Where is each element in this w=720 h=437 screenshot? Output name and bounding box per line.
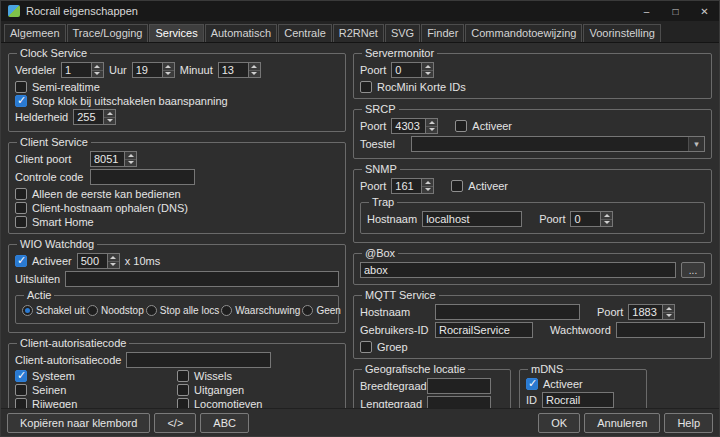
systeem-checkbox[interactable]: Systeem — [15, 370, 177, 382]
verdeler-input[interactable] — [61, 62, 91, 78]
close-icon[interactable]: ✕ — [690, 1, 719, 21]
atbox-browse-button[interactable]: ... — [681, 262, 705, 278]
actie-radio-schakel-uit[interactable]: Schakel uit — [22, 305, 85, 316]
tab-centrale[interactable]: Centrale — [278, 24, 332, 42]
tab-trace-logging[interactable]: Trace/Logging — [67, 24, 149, 42]
stop-klok-checkbox[interactable]: Stop klok bij uitschakelen baanspanning — [15, 95, 228, 107]
smart-home-checkbox[interactable]: Smart Home — [15, 216, 94, 228]
spinner-down-icon[interactable] — [601, 220, 612, 227]
breedtegraad-input[interactable] — [427, 378, 491, 394]
spinner-down-icon[interactable] — [163, 71, 174, 78]
client-poort-input[interactable] — [90, 151, 124, 167]
ok-button[interactable]: OK — [538, 413, 580, 433]
client-hostnaam-dns-checkbox[interactable]: Client-hostnaam ophalen (DNS) — [15, 202, 188, 214]
spinner-down-icon[interactable] — [422, 187, 433, 194]
snmp-poort-input[interactable] — [391, 178, 421, 194]
chevron-down-icon[interactable]: ▾ — [688, 137, 704, 151]
mqtt-poort-input[interactable] — [628, 304, 662, 320]
srcp-poort-input[interactable] — [391, 118, 425, 134]
locomotieven-checkbox[interactable]: Locomotieven — [177, 398, 339, 408]
servermonitor-poort-spinner[interactable] — [391, 62, 434, 78]
spinner-up-icon[interactable] — [92, 63, 103, 71]
tab-automatisch[interactable]: Automatisch — [205, 24, 278, 42]
spinner-up-icon[interactable] — [163, 63, 174, 71]
spinner-down-icon[interactable] — [249, 71, 260, 78]
spinner-buttons[interactable] — [103, 109, 116, 125]
groep-checkbox[interactable]: Groep — [360, 341, 408, 353]
atbox-input[interactable] — [360, 262, 676, 278]
spinner-up-icon[interactable] — [601, 212, 612, 220]
uitsluiten-input[interactable] — [65, 271, 339, 287]
rocmini-korte-ids-checkbox[interactable]: RocMini Korte IDs — [360, 81, 466, 93]
tab-finder[interactable]: Finder — [421, 24, 464, 42]
mqtt-hostnaam-input[interactable] — [435, 304, 580, 320]
maximize-icon[interactable]: □ — [661, 1, 690, 21]
spinner-buttons[interactable] — [162, 62, 175, 78]
spinner-up-icon[interactable] — [426, 119, 437, 127]
gebruikers-id-input[interactable] — [435, 322, 533, 338]
trap-hostnaam-input[interactable] — [422, 211, 522, 227]
controle-code-input[interactable] — [90, 169, 195, 185]
snmp-poort-spinner[interactable] — [391, 178, 434, 194]
spinner-buttons[interactable] — [91, 62, 104, 78]
spinner-buttons[interactable] — [600, 211, 613, 227]
minuut-spinner[interactable] — [218, 62, 261, 78]
spinner-buttons[interactable] — [421, 62, 434, 78]
spinner-up-icon[interactable] — [422, 63, 433, 71]
spinner-down-icon[interactable] — [92, 71, 103, 78]
spinner-up-icon[interactable] — [108, 254, 119, 262]
spinner-buttons[interactable] — [662, 304, 675, 320]
helderheid-spinner[interactable] — [73, 109, 116, 125]
helderheid-input[interactable] — [73, 109, 103, 125]
wachtwoord-input[interactable] — [616, 322, 705, 338]
spinner-buttons[interactable] — [421, 178, 434, 194]
spinner-up-icon[interactable] — [249, 63, 260, 71]
tab-r2rnet[interactable]: R2RNet — [333, 24, 384, 42]
actie-radio-stop-alle-locs[interactable]: Stop alle locs — [146, 305, 219, 316]
abc-button[interactable]: ABC — [200, 413, 249, 433]
minuut-input[interactable] — [218, 62, 248, 78]
actie-radio-noodstop[interactable]: Noodstop — [87, 305, 144, 316]
copy-to-clipboard-button[interactable]: Kopiëren naar klembord — [7, 413, 150, 433]
spinner-down-icon[interactable] — [426, 127, 437, 134]
tab-voorinstelling[interactable]: Voorinstelling — [583, 24, 660, 42]
spinner-down-icon[interactable] — [663, 313, 674, 320]
trap-poort-input[interactable] — [570, 211, 600, 227]
mdns-id-input[interactable] — [542, 392, 614, 408]
spinner-up-icon[interactable] — [422, 179, 433, 187]
srcp-activeer-checkbox[interactable]: Activeer — [455, 120, 512, 132]
alleen-eerste-checkbox[interactable]: Alleen de eerste kan bedienen — [15, 188, 181, 200]
actie-radio-geen[interactable]: Geen — [302, 305, 340, 316]
spinner-buttons[interactable] — [124, 151, 137, 167]
tab-commandotoewijzing[interactable]: Commandotoewijzing — [465, 24, 582, 42]
autorisatiecode-input[interactable] — [126, 352, 271, 368]
spinner-up-icon[interactable] — [663, 305, 674, 313]
spinner-buttons[interactable] — [107, 253, 120, 269]
code-view-button[interactable]: </> — [154, 413, 196, 433]
verdeler-spinner[interactable] — [61, 62, 104, 78]
tab-svg[interactable]: SVG — [385, 24, 420, 42]
rijwegen-checkbox[interactable]: Rijwegen — [15, 398, 177, 408]
wio-activeer-checkbox[interactable]: Activeer — [15, 255, 72, 267]
trap-poort-spinner[interactable] — [570, 211, 613, 227]
mqtt-poort-spinner[interactable] — [628, 304, 675, 320]
wissels-checkbox[interactable]: Wissels — [177, 370, 339, 382]
actie-radio-waarschuwing[interactable]: Waarschuwing — [221, 305, 300, 316]
seinen-checkbox[interactable]: Seinen — [15, 384, 177, 396]
uur-spinner[interactable] — [132, 62, 175, 78]
client-poort-spinner[interactable] — [90, 151, 137, 167]
snmp-activeer-checkbox[interactable]: Activeer — [451, 180, 508, 192]
minimize-icon[interactable]: – — [632, 1, 661, 21]
lengtegraad-input[interactable] — [427, 396, 491, 408]
spinner-down-icon[interactable] — [108, 262, 119, 269]
spinner-down-icon[interactable] — [422, 71, 433, 78]
mdns-activeer-checkbox[interactable]: Activeer — [526, 378, 583, 390]
tab-services[interactable]: Services — [149, 24, 203, 42]
servermonitor-poort-input[interactable] — [391, 62, 421, 78]
semi-realtime-checkbox[interactable]: Semi-realtime — [15, 81, 100, 93]
spinner-down-icon[interactable] — [125, 160, 136, 167]
spinner-up-icon[interactable] — [125, 152, 136, 160]
tab-algemeen[interactable]: Algemeen — [4, 24, 66, 42]
spinner-down-icon[interactable] — [104, 118, 115, 125]
wio-interval-spinner[interactable] — [77, 253, 120, 269]
